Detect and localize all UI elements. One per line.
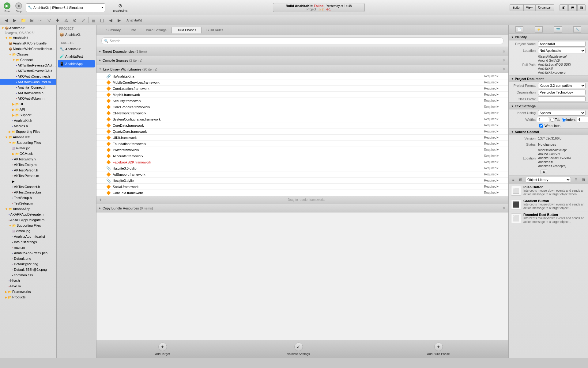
insp-file-btn[interactable]: 📄 (515, 26, 523, 33)
project-doc-header[interactable]: ▼ Project Document (509, 75, 588, 82)
nav-back-btn[interactable]: ◀ (2, 17, 10, 24)
tab-width-input[interactable] (577, 117, 588, 122)
framework-row-5[interactable]: 🔶 CoreGraphics.framework Required ▾ (96, 104, 508, 110)
run-button[interactable]: ▶ Run (2, 2, 12, 14)
phase-compile-header[interactable]: ▶ Compile Sources (2 items) ✕ (96, 56, 508, 64)
jump-forward[interactable]: ▶ (115, 17, 123, 24)
tree-main-m[interactable]: ▪ main.m (0, 245, 56, 250)
framework-row-9[interactable]: 🔶 QuartzCore.framework Required ▾ (96, 128, 508, 135)
project-root[interactable]: ▼ 📦 AnahitaKit (0, 25, 56, 31)
tree-aktwitter1[interactable]: ▪ AKTwitterReverseOAuth.h (0, 63, 56, 68)
tree-akappdelegate-m[interactable]: ▪ AKAPPAppDelegate.m (0, 217, 56, 223)
view-toggle2[interactable]: ◫ (98, 17, 106, 24)
show-folder-btn[interactable]: 📁 (20, 17, 27, 24)
view-toggle1[interactable]: ▤ (90, 17, 97, 24)
obj-lib-filter-btn[interactable]: ⊟ (573, 176, 579, 183)
tree-anahitaapp-prefix[interactable]: ▪ AnahitaApp-Prefix.pch (0, 250, 56, 256)
add-target-btn[interactable]: + Add Target (155, 343, 170, 356)
expand-btn[interactable]: ⤢ (80, 17, 87, 24)
nav-more-btn[interactable]: ⋯ (37, 17, 44, 24)
tree-aktestperson-m[interactable]: ▪ AKTestPerson.m (0, 173, 56, 178)
object-library-select[interactable]: Object Library (526, 177, 571, 182)
tree-testsetup-m[interactable]: ▪ TestSetup.m (0, 201, 56, 206)
identity-header[interactable]: ▼ Identity (509, 34, 588, 40)
tab-build-settings[interactable]: Build Settings (141, 27, 171, 33)
stop-button[interactable]: ■ Stop (14, 2, 23, 14)
framework-row-19[interactable]: 🔶 CoreText.framework Required ▾ (96, 190, 508, 196)
add-framework-btn[interactable]: + (99, 197, 102, 202)
indent-radio[interactable] (562, 118, 566, 122)
phase-close-btn-4[interactable]: ✕ (502, 206, 506, 211)
tree-anahitakit[interactable]: ▼ 📂 AnahitaKit (0, 35, 56, 40)
tab-build-rules[interactable]: Build Rules (202, 27, 228, 33)
obj-lib-grid2-btn[interactable]: ⊞ (580, 176, 587, 183)
tree-api[interactable]: ▶ 📂 API (0, 107, 56, 112)
tree-default568[interactable]: ▪ Default-568h@2x.png (0, 267, 56, 272)
tree-infoplist-strings[interactable]: ▪ InfoPlist.strings (0, 239, 56, 245)
tree-supporting-files-3[interactable]: ▼ 📂 Supporting Files (0, 223, 56, 228)
target-anahitatest[interactable]: 🧪 AnahitaTest (57, 53, 96, 60)
text-settings-header[interactable]: ▼ Text Settings (509, 103, 588, 109)
scheme-selector[interactable]: 🔧 AnahitaKit | iPhone 6.1 Simulator ▾ (26, 3, 105, 12)
framework-row-0[interactable]: 🔗 libAnahitaKit.a Required ▾ (96, 73, 508, 79)
phase-close-btn-3[interactable]: ✕ (502, 67, 506, 72)
tree-aktestentity-h[interactable]: ▪ AKTestEntity.h (0, 156, 56, 162)
wrap-lines-checkbox[interactable] (539, 124, 543, 128)
phase-copy-header[interactable]: ▶ Copy Bundle Resources (9 items) ✕ (96, 204, 508, 212)
framework-row-3[interactable]: 🔶 MapKit.framework Required ▾ (96, 92, 508, 98)
framework-row-2[interactable]: 🔶 CoreLocation.framework Required ▾ (96, 86, 508, 92)
sc-refresh-btn[interactable]: ↻ (541, 170, 547, 174)
search-bar[interactable]: 🔍 (101, 37, 503, 44)
tree-anahitatest[interactable]: ▼ 📂 AnahitaTest (0, 134, 56, 140)
obj-lib-push-btn[interactable]: ⬜ Push Button Intercepts mouse-down even… (509, 184, 588, 198)
phase-close-btn-2[interactable]: ✕ (502, 58, 506, 63)
location-select[interactable]: Not Applicable Applicable (538, 48, 586, 53)
format-select[interactable]: Xcode 3.2-compatible (538, 83, 586, 88)
tree-frameworks[interactable]: ▶ 📂 Frameworks (0, 289, 56, 294)
framework-row-6[interactable]: 🔶 CFNetwork.framework Required ▾ (96, 110, 508, 116)
framework-row-7[interactable]: 🔶 SystemConfiguration.framework Required… (96, 116, 508, 122)
jump-back[interactable]: ◀ (107, 17, 114, 24)
tree-default-png[interactable]: ▪ Default.png (0, 256, 56, 261)
obj-lib-list-btn[interactable]: ≡ (510, 176, 517, 183)
tree-anahitaapp-plist[interactable]: ▪ AnahitaApp-Info.plist (0, 234, 56, 239)
framework-row-13[interactable]: 🔶 Accounts.framework Required ▾ (96, 153, 508, 159)
project-item[interactable]: 📦 AnahitaKit (57, 31, 96, 38)
tab-summary[interactable]: Summary (101, 27, 126, 33)
tree-aktestconnect-m[interactable]: ▪ AKTestConnect.m (0, 190, 56, 195)
framework-row-12[interactable]: 🔶 Twitter.framework Required ▾ (96, 147, 508, 153)
tree-akoauth1[interactable]: ▪ AKOAuthConsumer.h (0, 74, 56, 79)
framework-row-15[interactable]: 📎 libsqlite3.0.dylib Required ▾ (96, 165, 508, 171)
tree-testsetup-h[interactable]: ▪ TestSetup.h (0, 195, 56, 201)
indent-using-select[interactable]: Spaces Tabs (538, 110, 586, 116)
tree-products[interactable]: ▶ 📂 Products (0, 294, 56, 300)
add-build-phase-btn[interactable]: + Add Build Phase (427, 343, 450, 356)
nav-forward-btn[interactable]: ▶ (11, 17, 18, 24)
tree-default2x[interactable]: ▪ Default@2x.png (0, 261, 56, 267)
tab-info[interactable]: Info (126, 27, 141, 33)
organizer-btn[interactable]: Organizer (535, 4, 554, 11)
phase-close-btn-1[interactable]: ✕ (502, 49, 506, 54)
tree-akappdelegate-h[interactable]: ▪ AKAPPAppDelegate.h (0, 212, 56, 217)
obj-lib-rounded-btn[interactable]: ⬜ Rounded Rect Button Intercepts mouse-d… (509, 212, 588, 225)
framework-row-14[interactable]: 🔶 FacebookSDK.framework Required ▾ (96, 159, 508, 165)
breadcrumb-root[interactable]: AnahitaKit (126, 18, 142, 22)
framework-row-8[interactable]: 🔶 CoreData.framework Required ▾ (96, 122, 508, 128)
tree-aktestperson-h[interactable]: ▪ AKTestPerson.h (0, 167, 56, 173)
warning-btn[interactable]: ⚠ (62, 17, 70, 24)
tree-ocmock[interactable]: ▶ 📂 OCMock (0, 151, 56, 156)
view-btn[interactable]: View (523, 4, 536, 11)
framework-row-4[interactable]: 🔶 Security.framework Required ▾ (96, 98, 508, 104)
tree-ui[interactable]: ▶ 📂 UI (0, 101, 56, 107)
tree-aktestconnect-h[interactable]: ▪ AKTestConnect.h (0, 184, 56, 190)
prefix-input[interactable] (538, 96, 586, 102)
target-anahitakit[interactable]: 🔧 AnahitaKit (57, 45, 96, 53)
add-btn[interactable]: ✚ (54, 17, 61, 24)
filter-btn[interactable]: ▽ (45, 17, 53, 24)
editor-btn[interactable]: Editor (510, 4, 523, 11)
tree-akoauthtoken-h[interactable]: ▪ AKOAuthToken.h (0, 90, 56, 96)
validate-settings-btn[interactable]: ✓ Validate Settings (287, 343, 310, 356)
error-btn[interactable]: ⊘ (71, 17, 78, 24)
framework-row-17[interactable]: 📎 libsqlite3.dylib Required ▾ (96, 178, 508, 184)
org-input[interactable] (538, 90, 586, 95)
